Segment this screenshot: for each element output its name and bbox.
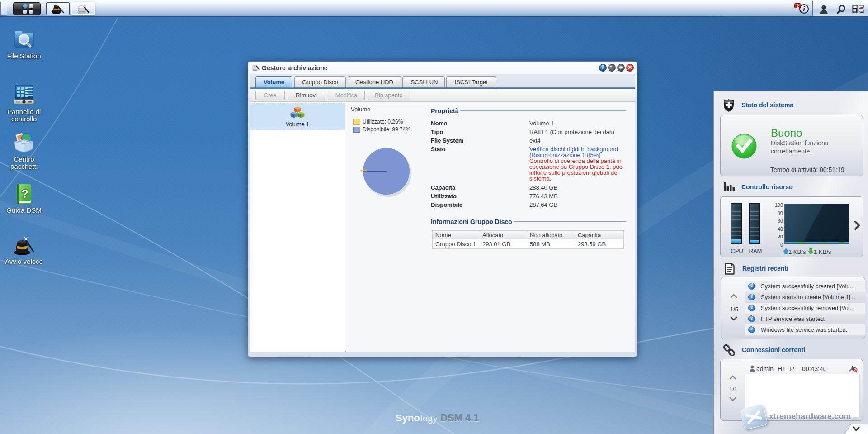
svg-text:?: ? (21, 187, 28, 200)
